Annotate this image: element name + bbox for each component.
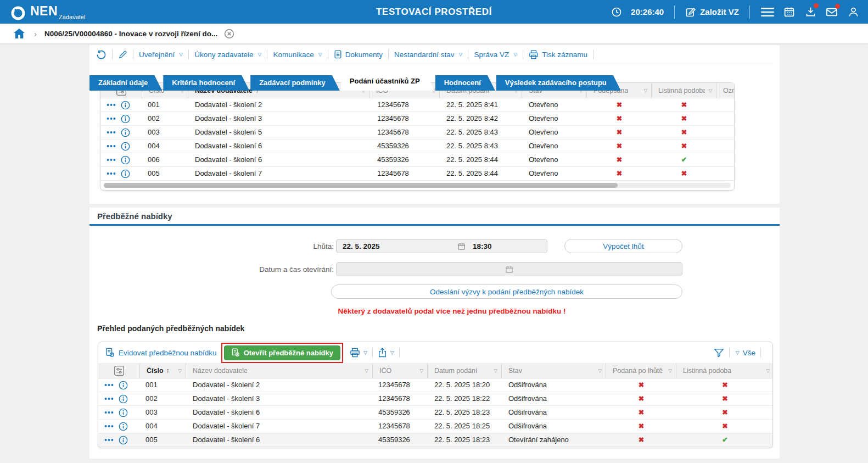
breadcrumb-close-icon[interactable] [224,29,234,39]
table-row[interactable]: 006Dodavatel - školení 64535932622. 5. 2… [100,153,734,167]
scrollbar-thumb[interactable] [104,183,618,188]
row-info-icon[interactable] [119,394,128,404]
row-menu-icon[interactable] [104,425,114,428]
table-row[interactable]: 003Dodavatel - školení 64535932622. 5. 2… [98,406,772,420]
cell-oznac [716,112,735,125]
menu-dokumenty[interactable]: Dokumenty [334,50,383,59]
register-offer-button[interactable]: Evidovat předběžnou nabídku [105,348,217,358]
row-menu-icon[interactable] [107,117,116,120]
downloads-icon[interactable] [803,6,817,18]
column-header-ico[interactable]: IČO▽ [373,363,428,378]
deadline-input[interactable]: 22. 5. 2025 18:30 [336,239,547,253]
column-header-listinna[interactable]: Listinná podoba▽ [652,83,716,98]
row-menu-icon[interactable] [104,438,114,442]
row-info-icon[interactable] [121,128,130,137]
sort-asc-icon: ↑ [166,367,170,375]
menu-label: Komunikace [273,51,313,59]
calendar-icon[interactable] [782,6,796,18]
tab-zadavaci-podminky[interactable]: Zadávací podmínky [250,75,340,91]
horizontal-scrollbar[interactable] [104,183,731,188]
row-menu-icon[interactable] [107,172,116,175]
cell-datum: 22. 5. 2025 18:25 [428,420,502,433]
history-icon[interactable] [96,49,107,60]
home-icon[interactable] [13,28,25,39]
row-info-icon[interactable] [119,408,128,417]
row-menu-icon[interactable] [107,144,116,148]
table-row[interactable]: 002Dodavatel - školení 31234567822. 5. 2… [100,112,734,126]
create-vz-button[interactable]: Založit VZ [685,7,739,18]
deadline-time-value[interactable]: 18:30 [466,242,492,250]
row-info-icon[interactable] [119,436,128,445]
table-row[interactable]: 004Dodavatel - školení 64535932622. 5. 2… [100,140,734,153]
send-call-button[interactable]: Odeslání výzvy k podání předběžných nabí… [331,285,682,299]
column-filter-icon[interactable]: ▽ [490,368,497,373]
column-filter-icon[interactable]: ▽ [705,88,712,93]
open-offers-button[interactable]: Otevřít předběžné nabídky [224,345,340,360]
column-filter-icon[interactable]: ▽ [175,368,182,373]
table-row[interactable]: 005Dodavatel - školení 64535932622. 5. 2… [98,433,772,447]
row-info-icon[interactable] [121,114,130,124]
column-filter-icon[interactable]: ▽ [665,368,672,373]
row-menu-icon[interactable] [107,103,116,107]
menu-label: Úkony zadavatele [194,51,253,59]
tab-hodnoceni[interactable]: Hodnocení [435,75,495,91]
menu-uverejneni[interactable]: Uveřejnění▽ [139,51,183,59]
menu-komunikace[interactable]: Komunikace▽ [273,51,322,59]
table-row[interactable]: 002Dodavatel - školení 31234567822. 5. 2… [98,392,772,406]
column-filter-icon[interactable]: ▽ [763,368,770,373]
column-header-cislo[interactable]: Číslo↑▽ [140,363,186,378]
calculate-deadlines-button[interactable]: Výpočet lhůt [564,239,682,253]
calendar-field-icon[interactable] [457,242,466,250]
mail-icon[interactable] [825,7,839,18]
column-label: Název dodavatele [193,367,248,375]
column-settings-button[interactable] [98,363,140,378]
row-info-icon[interactable] [119,381,128,390]
menu-tisk-zaznamu[interactable]: Tisk záznamu [529,50,587,59]
row-menu-icon[interactable] [104,397,114,400]
column-header-listinna[interactable]: Listinná podoba▽ [676,363,773,378]
edit-icon[interactable] [118,50,127,59]
row-info-icon[interactable] [121,142,130,151]
breadcrumb-item[interactable]: N006/25/V00004860 - Inovace v rozvoji ří… [44,30,217,38]
row-info-icon[interactable] [121,155,130,165]
column-filter-icon[interactable]: ▽ [416,368,423,373]
table-row[interactable]: 003Dodavatel - školení 51234567822. 5. 2… [100,126,734,140]
column-header-oznac[interactable]: Označ [716,83,735,98]
menu-ukony-zadavatele[interactable]: Úkony zadavatele▽ [194,51,261,59]
column-header-datum[interactable]: Datum podání▽ [428,363,502,378]
tab-zakladni-udaje[interactable]: Základní údaje [89,75,162,91]
deadline-date-value[interactable]: 22. 5. 2025 [337,242,457,250]
breadcrumb-chevron-icon: › [34,29,37,38]
tab-kriteria-hodnoceni[interactable]: Kritéria hodnocení [163,75,249,91]
menu-nestandardni-stav[interactable]: Nestandardní stav▽ [394,51,462,59]
print-table-button[interactable]: ▽ [350,348,367,358]
column-header-nazev[interactable]: Název dodavatele▽ [186,363,373,378]
main-menu-icon[interactable] [760,7,775,17]
column-filter-icon[interactable]: ▽ [595,368,602,373]
cell-podepsana: ✖ [587,167,652,180]
calendar-field-icon [505,265,513,274]
export-table-button[interactable]: ▽ [378,348,394,358]
row-info-icon[interactable] [119,422,128,431]
user-profile-icon[interactable] [846,6,860,18]
filter-icon[interactable] [714,348,724,358]
row-menu-icon[interactable] [107,158,116,161]
row-info-icon[interactable] [121,169,130,178]
menu-sprava-vz[interactable]: Správa VZ▽ [474,51,517,59]
row-menu-icon[interactable] [104,383,114,387]
tab-podani-ucastniku-zp[interactable]: Podání účastníků ZP [341,72,434,91]
row-menu-icon[interactable] [104,411,114,414]
column-filter-icon[interactable]: ▽ [361,368,368,373]
table-row[interactable]: 001Dodavatel - školení 21234567822. 5. 2… [98,378,772,392]
filter-all-dropdown[interactable]: ▽ Vše [735,349,755,357]
row-menu-icon[interactable] [107,131,116,134]
column-header-stav[interactable]: Stav▽ [502,363,606,378]
table-row[interactable]: 001Dodavatel - školení 21234567822. 5. 2… [100,98,734,112]
chevron-down-icon: ▽ [318,52,322,57]
tab-vysledek-zadavaciho-postupu[interactable]: Výsledek zadávacího postupu [496,75,621,91]
column-filter-icon[interactable]: ▽ [640,88,647,93]
column-header-podana[interactable]: Podaná po lhůtě▽ [606,363,676,378]
row-info-icon[interactable] [121,101,130,110]
table-row[interactable]: 005Dodavatel - školení 71234567822. 5. 2… [100,167,734,181]
table-row[interactable]: 004Dodavatel - školení 71234567822. 5. 2… [98,420,772,433]
